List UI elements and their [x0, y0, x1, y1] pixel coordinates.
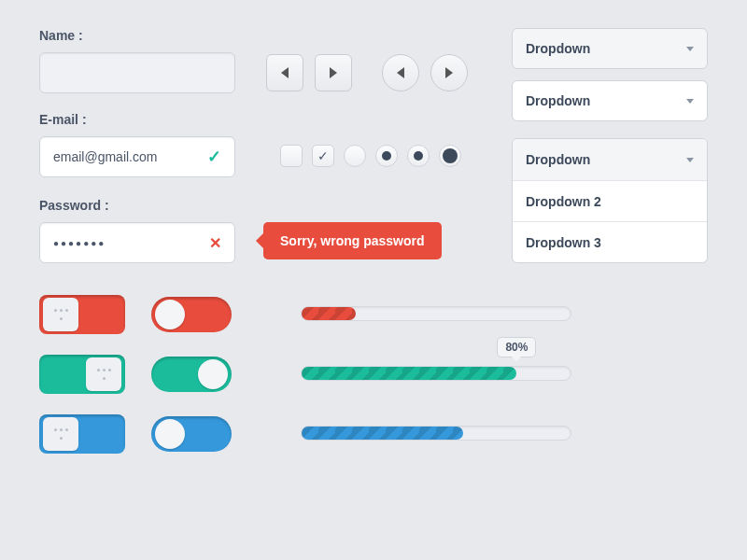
dropdown-2-label: Dropdown — [526, 93, 590, 108]
email-value: email@gmail.com — [53, 149, 157, 164]
chevron-down-icon — [686, 158, 694, 162]
name-label: Name : — [39, 28, 235, 43]
password-value: ●●●●●●● — [53, 238, 106, 248]
radio-empty[interactable] — [344, 145, 366, 167]
password-input[interactable]: ●●●●●●● ✕ — [39, 222, 235, 263]
chevron-down-icon — [686, 47, 694, 51]
dropdown-item-2[interactable]: Dropdown 3 — [513, 221, 707, 262]
dropdown-item-2-label: Dropdown 3 — [526, 235, 601, 250]
dropdown-open: Dropdown Dropdown 2 Dropdown 3 — [512, 138, 708, 263]
checkbox-unchecked[interactable] — [280, 145, 303, 167]
x-icon: ✕ — [209, 234, 221, 252]
dropdown-1-label: Dropdown — [526, 41, 590, 56]
name-input[interactable] — [39, 52, 235, 93]
dropdown-item-1[interactable]: Dropdown 2 — [513, 180, 707, 221]
radio-selected-3[interactable] — [439, 145, 461, 167]
next-button-square[interactable] — [315, 54, 352, 91]
radio-selected-2[interactable] — [407, 145, 430, 167]
chevron-down-icon — [686, 99, 694, 104]
progress-green-label: 80% — [497, 337, 536, 357]
next-button-round[interactable] — [430, 54, 468, 91]
progress-red — [301, 306, 571, 321]
dropdown-item-0[interactable]: Dropdown — [513, 139, 707, 180]
email-input[interactable]: email@gmail.com ✓ — [39, 136, 235, 177]
progress-green: 80% — [301, 366, 571, 381]
dropdown-item-0-label: Dropdown — [526, 152, 590, 167]
toggle-pill-red[interactable] — [151, 297, 232, 332]
toggle-square-blue[interactable] — [39, 414, 125, 454]
chevron-right-icon — [445, 67, 453, 78]
toggle-pill-green[interactable] — [151, 357, 232, 392]
dropdown-2[interactable]: Dropdown — [512, 80, 708, 121]
password-label: Password : — [39, 198, 235, 213]
progress-green-fill — [302, 367, 516, 380]
dropdown-1[interactable]: Dropdown — [512, 28, 708, 69]
chevron-right-icon — [330, 67, 337, 78]
prev-button-round[interactable] — [382, 54, 419, 91]
toggle-square-green[interactable] — [39, 355, 125, 394]
toggle-square-red[interactable] — [39, 295, 125, 334]
error-tooltip: Sorry, wrong password — [263, 222, 442, 259]
progress-red-fill — [302, 307, 356, 320]
email-label: E-mail : — [39, 112, 235, 127]
radio-selected-1[interactable] — [375, 145, 398, 167]
check-icon: ✓ — [207, 147, 221, 167]
chevron-left-icon — [397, 67, 404, 78]
progress-blue — [301, 426, 571, 441]
prev-button-square[interactable] — [266, 54, 303, 91]
dropdown-item-1-label: Dropdown 2 — [526, 194, 601, 209]
chevron-left-icon — [281, 67, 289, 78]
checkbox-checked[interactable]: ✓ — [312, 145, 334, 167]
toggle-pill-blue[interactable] — [151, 416, 232, 452]
progress-blue-fill — [302, 427, 463, 440]
